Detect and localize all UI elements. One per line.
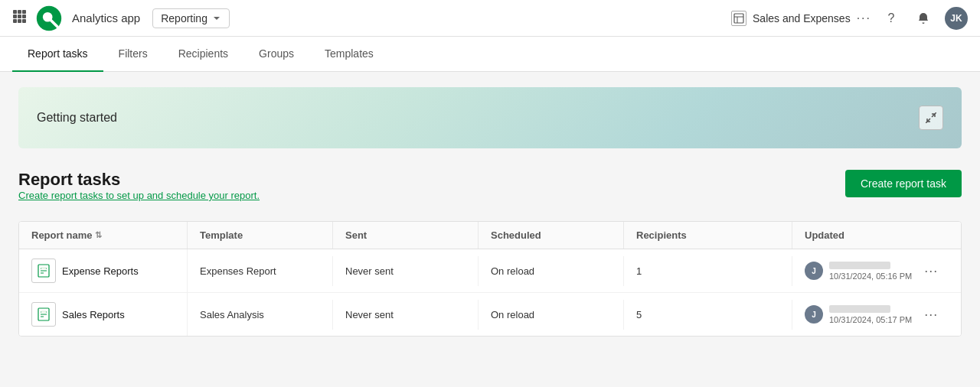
- th-sent: Sent: [333, 222, 479, 249]
- updated-date-2: 10/31/2024, 05:17 PM: [829, 315, 912, 324]
- updated-date-1: 10/31/2024, 05:16 PM: [829, 272, 912, 281]
- svg-rect-4: [18, 15, 21, 18]
- td-scheduled-1: On reload: [479, 256, 624, 286]
- updated-name-placeholder-2: [829, 305, 890, 313]
- navbar-center: Sales and Expenses ···: [731, 11, 871, 26]
- getting-started-banner: Getting started: [18, 87, 962, 148]
- svg-rect-2: [22, 10, 26, 14]
- td-updated-2: J 10/31/2024, 05:17 PM ···: [792, 294, 961, 335]
- th-updated: Updated: [792, 222, 961, 249]
- svg-rect-3: [13, 15, 17, 18]
- tab-filters[interactable]: Filters: [103, 37, 163, 72]
- th-recipients: Recipients: [624, 222, 792, 249]
- section-title-area: Report tasks Create report tasks to set …: [18, 170, 260, 216]
- svg-rect-7: [18, 19, 21, 23]
- table-row: Sales Reports Sales Analysis Never sent …: [19, 293, 961, 336]
- td-template-1: Expenses Report: [188, 256, 333, 286]
- row-more-button-2[interactable]: ···: [918, 304, 944, 326]
- reporting-dropdown[interactable]: Reporting: [152, 8, 230, 28]
- sheet-icon: [731, 11, 746, 26]
- sheet-more-icon[interactable]: ···: [857, 11, 871, 25]
- svg-rect-12: [734, 14, 743, 23]
- svg-rect-1: [18, 10, 21, 14]
- tab-report-tasks[interactable]: Report tasks: [12, 37, 103, 72]
- main-content: Getting started Report tasks Create repo…: [0, 72, 980, 352]
- user-avatar[interactable]: JK: [945, 7, 968, 30]
- grid-icon[interactable]: [12, 9, 26, 27]
- updated-info-1: 10/31/2024, 05:16 PM: [829, 262, 912, 281]
- help-icon[interactable]: ?: [880, 8, 902, 29]
- th-report-name: Report name ⇅: [19, 222, 188, 249]
- report-name-2[interactable]: Sales Reports: [62, 309, 125, 320]
- reporting-label: Reporting: [161, 12, 207, 24]
- svg-rect-24: [41, 311, 46, 313]
- th-scheduled: Scheduled: [479, 222, 624, 249]
- td-sent-1: Never sent: [333, 256, 479, 286]
- navbar: Analytics app Reporting Sales and Expens…: [0, 0, 980, 37]
- td-report-name-1: Expense Reports: [19, 249, 188, 292]
- svg-rect-0: [13, 10, 17, 14]
- svg-rect-19: [41, 267, 46, 269]
- td-report-name-2: Sales Reports: [19, 293, 188, 336]
- td-recipients-1: 1: [624, 256, 792, 286]
- navbar-right: ? JK: [880, 7, 968, 30]
- navbar-left: Analytics app Reporting: [12, 5, 722, 32]
- report-icon-2: [31, 302, 56, 327]
- row-more-button-1[interactable]: ···: [918, 260, 944, 282]
- td-recipients-2: 5: [624, 300, 792, 330]
- sheet-name: Sales and Expenses: [753, 12, 851, 24]
- th-template: Template: [188, 222, 333, 249]
- tab-groups[interactable]: Groups: [243, 37, 309, 72]
- updated-info-2: 10/31/2024, 05:17 PM: [829, 305, 912, 324]
- tabs-bar: Report tasks Filters Recipients Groups T…: [0, 37, 980, 72]
- table-header-row: Report name ⇅ Template Sent Scheduled Re…: [19, 222, 961, 249]
- report-icon-1: [31, 259, 56, 283]
- app-name: Analytics app: [72, 11, 140, 24]
- report-name-1[interactable]: Expense Reports: [62, 265, 139, 277]
- sort-icon[interactable]: ⇅: [95, 230, 102, 240]
- td-scheduled-2: On reload: [479, 300, 624, 330]
- section-title: Report tasks: [18, 170, 260, 190]
- updated-name-placeholder-1: [829, 262, 890, 269]
- svg-rect-8: [22, 19, 26, 23]
- banner-title: Getting started: [37, 111, 117, 125]
- section-header: Report tasks Create report tasks to set …: [18, 170, 962, 216]
- table-row: Expense Reports Expenses Report Never se…: [19, 249, 961, 293]
- tab-templates[interactable]: Templates: [309, 37, 389, 72]
- svg-rect-6: [13, 19, 17, 23]
- expand-banner-button[interactable]: [919, 106, 943, 130]
- notifications-icon[interactable]: [913, 8, 934, 29]
- qlik-logo[interactable]: [35, 5, 63, 32]
- user-avatar-2: J: [805, 305, 823, 324]
- user-avatar-1: J: [805, 262, 823, 280]
- svg-rect-5: [22, 15, 26, 18]
- report-tasks-table: Report name ⇅ Template Sent Scheduled Re…: [18, 221, 962, 337]
- tab-recipients[interactable]: Recipients: [163, 37, 243, 72]
- section-subtitle[interactable]: Create report tasks to set up and schedu…: [18, 190, 260, 201]
- td-template-2: Sales Analysis: [188, 300, 333, 330]
- td-updated-1: J 10/31/2024, 05:16 PM ···: [792, 251, 961, 291]
- td-sent-2: Never sent: [333, 300, 479, 330]
- create-report-task-button[interactable]: Create report task: [845, 170, 962, 197]
